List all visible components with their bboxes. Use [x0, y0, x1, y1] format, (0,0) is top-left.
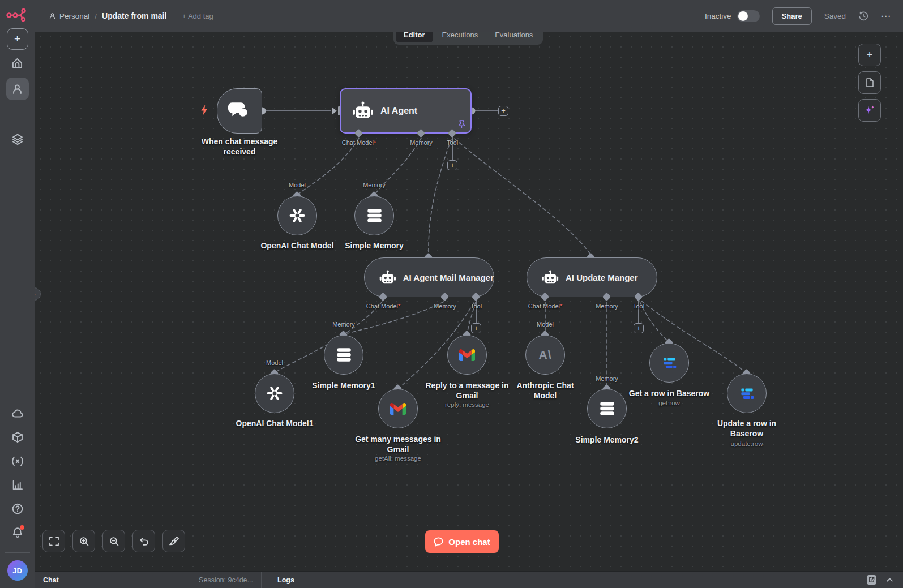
breadcrumb-separator: /: [95, 12, 97, 20]
port-label-model: Model: [289, 182, 306, 188]
note-icon: [865, 78, 875, 88]
ai-assistant-button[interactable]: [858, 99, 881, 122]
node-label: When chat message received: [189, 137, 290, 157]
node-update-agent[interactable]: AI Update Manger: [527, 257, 657, 297]
port-label-chat-model: Chat Model*: [528, 303, 563, 310]
sidebar-item-templates[interactable]: [6, 128, 29, 151]
baserow-icon: [662, 355, 677, 371]
port-label-memory: Memory: [434, 303, 456, 310]
gmail-icon: [390, 403, 406, 415]
node-simple-memory[interactable]: [354, 196, 394, 235]
share-button[interactable]: Share: [772, 7, 812, 25]
user-avatar[interactable]: JD: [7, 560, 28, 581]
robot-icon: [379, 270, 396, 285]
database-icon: [336, 347, 352, 362]
chat-panel-header[interactable]: Chat Session: 9c4de...: [35, 572, 262, 588]
node-chat-trigger[interactable]: [217, 88, 262, 134]
add-tool-button[interactable]: +: [447, 160, 457, 170]
chat-icon: [434, 537, 443, 547]
add-tool-button[interactable]: +: [634, 323, 644, 333]
add-tool-button[interactable]: +: [471, 323, 481, 333]
node-label: AI Agent Mail Manager: [403, 273, 494, 282]
port-label-memory: Memory: [596, 303, 618, 310]
zoom-in-button[interactable]: [72, 530, 95, 552]
gmail-icon: [459, 349, 475, 361]
popout-panel-button[interactable]: [867, 575, 876, 585]
activation-toggle[interactable]: [737, 10, 760, 22]
node-simple-memory1[interactable]: [324, 335, 363, 375]
workflow-title[interactable]: Update from mail: [102, 11, 166, 20]
sidebar-item-notifications[interactable]: [6, 521, 29, 544]
sidebar-item-cloud[interactable]: [6, 402, 29, 425]
logs-panel-title[interactable]: Logs: [262, 576, 310, 584]
activation-status-label: Inactive: [705, 12, 731, 20]
port-label-tool: Tool: [447, 139, 458, 146]
sidebar-item-help[interactable]: [6, 497, 29, 520]
chat-session-id: Session: 9c4de...: [199, 576, 253, 584]
port-label-model: Model: [537, 321, 554, 328]
add-node-button[interactable]: +: [858, 44, 881, 66]
add-sticky-note-button[interactable]: [858, 71, 881, 94]
workflow-header: Personal / Update from mail + Add tag In…: [35, 0, 903, 32]
sparkles-icon: [863, 104, 876, 117]
node-baserow-update-row[interactable]: [727, 374, 767, 413]
port-label-model: Model: [266, 359, 283, 366]
broom-icon: [169, 537, 179, 546]
sidebar-item-personal[interactable]: [6, 78, 29, 100]
node-label: OpenAI Chat Model1: [215, 419, 334, 429]
node-subtitle: get:row: [658, 400, 680, 406]
robot-icon: [542, 270, 559, 285]
connection-chatmodel-openai: [299, 138, 359, 194]
canvas-controls: [42, 530, 185, 552]
baserow-icon: [739, 386, 755, 401]
database-icon: [367, 208, 382, 223]
sidebar-item-insights[interactable]: [6, 474, 29, 496]
add-tag-button[interactable]: + Add tag: [182, 12, 213, 20]
node-label: Update a row in Baserow: [710, 419, 784, 439]
toggle-knob: [738, 11, 748, 21]
node-openai-chat-model[interactable]: [277, 196, 317, 235]
more-options-button[interactable]: ⋯: [881, 10, 892, 22]
chat-bubbles-icon: [228, 101, 251, 121]
sidebar-item-packages[interactable]: [6, 426, 29, 449]
add-node-after-agent-button[interactable]: +: [498, 106, 508, 116]
expand-panel-chevron[interactable]: [885, 576, 894, 584]
node-ai-agent[interactable]: AI Agent: [340, 88, 472, 134]
connection-tool-updateagent: [455, 139, 590, 254]
node-baserow-get-row[interactable]: [649, 343, 689, 383]
node-label: Get many messages in Gmail: [353, 435, 443, 454]
workflow-canvas[interactable]: Editor Executions Evaluations: [35, 32, 903, 571]
openai-icon: [265, 384, 284, 403]
add-workflow-button[interactable]: +: [7, 28, 28, 50]
node-label: Simple Memory: [323, 241, 425, 251]
node-gmail-get-many[interactable]: [378, 389, 418, 428]
node-label: AI Agent: [380, 106, 417, 116]
saved-status: Saved: [824, 12, 846, 20]
node-label: Simple Memory1: [293, 381, 395, 391]
tidy-up-button[interactable]: [162, 530, 185, 552]
trigger-bolt-icon: [199, 105, 209, 115]
fit-view-button[interactable]: [42, 530, 65, 552]
robot-icon: [352, 101, 374, 121]
sidebar-item-variables[interactable]: [6, 450, 29, 473]
history-icon[interactable]: [858, 11, 868, 21]
node-openai-chat-model1[interactable]: [255, 374, 294, 413]
connection-tool-mailagent: [429, 139, 451, 253]
zoom-out-button[interactable]: [102, 530, 125, 552]
port-label-memory: Memory: [596, 375, 618, 382]
open-chat-button[interactable]: Open chat: [425, 530, 499, 553]
n8n-app: + JD: [0, 0, 903, 588]
n8n-logo-icon[interactable]: [6, 6, 28, 26]
undo-button[interactable]: [132, 530, 155, 552]
bottom-panel-bar: Chat Session: 9c4de... Logs: [35, 571, 903, 588]
anthropic-icon: A\: [539, 348, 552, 362]
chat-panel-title: Chat: [43, 576, 59, 584]
breadcrumb-project[interactable]: Personal: [49, 12, 89, 20]
node-mail-agent[interactable]: AI Agent Mail Manager: [364, 257, 494, 297]
node-gmail-reply[interactable]: [447, 335, 487, 375]
node-subtitle: getAll: message: [375, 455, 421, 462]
node-label: Simple Memory2: [556, 435, 658, 445]
left-sidebar: + JD: [0, 0, 35, 588]
node-anthropic-chat-model[interactable]: A\: [525, 335, 565, 375]
sidebar-item-home[interactable]: [6, 51, 29, 74]
